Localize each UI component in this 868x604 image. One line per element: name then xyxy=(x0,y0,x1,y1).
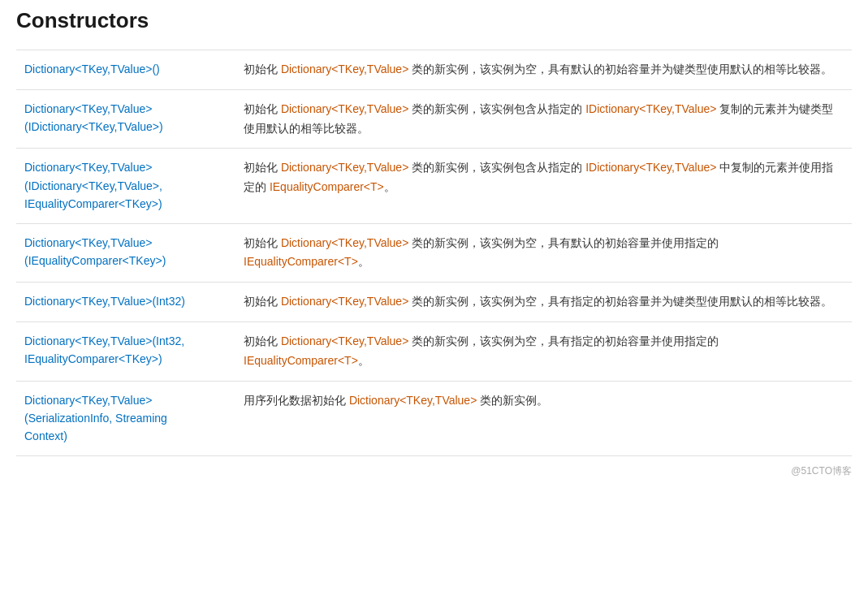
constructors-table: Dictionary<TKey,TValue>() 初始化 Dictionary… xyxy=(16,50,852,456)
inline-link-3a[interactable]: Dictionary<TKey,TValue> xyxy=(281,161,408,174)
constructor-description-5: 初始化 Dictionary<TKey,TValue> 类的新实例，该实例为空，… xyxy=(235,283,852,322)
inline-link-5a[interactable]: Dictionary<TKey,TValue> xyxy=(281,295,408,308)
constructor-link-3[interactable]: Dictionary<TKey,TValue>(IDictionary<TKey… xyxy=(24,161,162,210)
table-row: Dictionary<TKey,TValue>(SerializationInf… xyxy=(16,381,852,455)
constructor-signature: Dictionary<TKey,TValue>() xyxy=(16,50,235,90)
desc-text-6: 初始化 Dictionary<TKey,TValue> 类的新实例，该实例为空，… xyxy=(244,334,719,367)
constructor-signature-3: Dictionary<TKey,TValue>(IDictionary<TKey… xyxy=(16,149,235,223)
inline-link-2a[interactable]: Dictionary<TKey,TValue> xyxy=(281,102,408,115)
inline-link-6b[interactable]: IEqualityComparer<T> xyxy=(244,354,358,367)
constructor-signature-7: Dictionary<TKey,TValue>(SerializationInf… xyxy=(16,381,235,455)
inline-link-6a[interactable]: Dictionary<TKey,TValue> xyxy=(281,334,408,347)
constructor-signature-5: Dictionary<TKey,TValue>(Int32) xyxy=(16,283,235,322)
desc-text-5: 初始化 Dictionary<TKey,TValue> 类的新实例，该实例为空，… xyxy=(244,295,832,308)
inline-link-4a[interactable]: Dictionary<TKey,TValue> xyxy=(281,236,408,249)
desc-text-1: 初始化 Dictionary<TKey,TValue> 类的新实例，该实例为空，… xyxy=(244,63,832,76)
inline-link-4b[interactable]: IEqualityComparer<T> xyxy=(244,255,358,268)
constructor-description-2: 初始化 Dictionary<TKey,TValue> 类的新实例，该实例包含从… xyxy=(235,89,852,149)
table-row: Dictionary<TKey,TValue>(Int32) 初始化 Dicti… xyxy=(16,283,852,322)
desc-text-2: 初始化 Dictionary<TKey,TValue> 类的新实例，该实例包含从… xyxy=(244,102,833,135)
constructor-signature-4: Dictionary<TKey,TValue>(IEqualityCompare… xyxy=(16,223,235,283)
constructor-link-5[interactable]: Dictionary<TKey,TValue>(Int32) xyxy=(24,295,185,308)
inline-link-3c[interactable]: IEqualityComparer<T> xyxy=(270,180,384,193)
constructor-description-3: 初始化 Dictionary<TKey,TValue> 类的新实例，该实例包含从… xyxy=(235,149,852,223)
constructor-link-4[interactable]: Dictionary<TKey,TValue>(IEqualityCompare… xyxy=(24,236,166,267)
constructor-description-1: 初始化 Dictionary<TKey,TValue> 类的新实例，该实例为空，… xyxy=(235,50,852,90)
constructor-description-7: 用序列化数据初始化 Dictionary<TKey,TValue> 类的新实例。 xyxy=(235,381,852,455)
page-title: Constructors xyxy=(16,8,852,37)
watermark: @51CTO博客 xyxy=(16,464,852,478)
constructor-link-1[interactable]: Dictionary<TKey,TValue>() xyxy=(24,63,160,76)
constructor-link-2[interactable]: Dictionary<TKey,TValue>(IDictionary<TKey… xyxy=(24,102,163,133)
table-row: Dictionary<TKey,TValue>(IDictionary<TKey… xyxy=(16,149,852,223)
constructor-description-4: 初始化 Dictionary<TKey,TValue> 类的新实例，该实例为空，… xyxy=(235,223,852,283)
desc-text-4: 初始化 Dictionary<TKey,TValue> 类的新实例，该实例为空，… xyxy=(244,236,719,269)
constructor-signature-2: Dictionary<TKey,TValue>(IDictionary<TKey… xyxy=(16,89,235,149)
constructor-description-6: 初始化 Dictionary<TKey,TValue> 类的新实例，该实例为空，… xyxy=(235,321,852,381)
constructor-signature-6: Dictionary<TKey,TValue>(Int32,IEqualityC… xyxy=(16,321,235,381)
desc-text-3: 初始化 Dictionary<TKey,TValue> 类的新实例，该实例包含从… xyxy=(244,161,833,193)
table-row: Dictionary<TKey,TValue>(Int32,IEqualityC… xyxy=(16,321,852,381)
constructor-link-6[interactable]: Dictionary<TKey,TValue>(Int32,IEqualityC… xyxy=(24,334,184,365)
constructor-link-7[interactable]: Dictionary<TKey,TValue>(SerializationInf… xyxy=(24,394,167,443)
desc-text-7: 用序列化数据初始化 Dictionary<TKey,TValue> 类的新实例。 xyxy=(244,394,548,407)
table-row: Dictionary<TKey,TValue>() 初始化 Dictionary… xyxy=(16,50,852,90)
table-row: Dictionary<TKey,TValue>(IDictionary<TKey… xyxy=(16,89,852,149)
inline-link-1[interactable]: Dictionary<TKey,TValue> xyxy=(281,63,408,76)
inline-link-2b[interactable]: IDictionary<TKey,TValue> xyxy=(585,102,716,115)
table-row: Dictionary<TKey,TValue>(IEqualityCompare… xyxy=(16,223,852,283)
inline-link-7a[interactable]: Dictionary<TKey,TValue> xyxy=(349,394,477,407)
inline-link-3b[interactable]: IDictionary<TKey,TValue> xyxy=(585,161,716,174)
